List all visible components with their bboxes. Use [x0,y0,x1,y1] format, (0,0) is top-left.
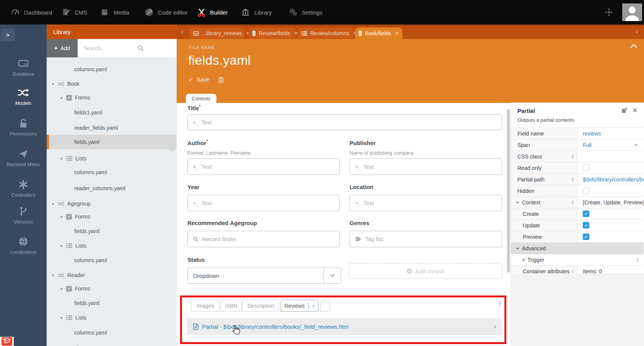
search-input[interactable] [78,39,177,57]
nav-item-library[interactable]: Library [241,0,272,24]
tree-item-model-reader[interactable]: ▾ Reader [47,268,177,282]
close-tab-icon[interactable]: ✕ [395,31,399,36]
add-control-button[interactable]: Add control [349,263,502,279]
tabs-scroll-right-icon[interactable]: › [636,28,638,35]
save-button[interactable]: ✔ Save [189,77,209,83]
inspector-section-advanced[interactable]: Advanced [511,243,644,254]
checkbox-checked[interactable]: ✓ [583,222,589,228]
tree-item-file[interactable]: columns.yaml [47,62,177,77]
user-avatar[interactable] [622,3,642,21]
tree-item-lists[interactable]: ▾ Lists [47,151,177,166]
close-inspector-icon[interactable]: ✕ [633,107,637,114]
tree-item-file[interactable]: columns.yaml [47,165,177,180]
control-text-location[interactable]: >_Text [350,195,502,211]
sidebar-item-controllers[interactable]: Controllers [0,179,47,198]
caret-down-icon[interactable]: ▾ [60,287,66,291]
control-recordfinder-agegroup[interactable]: Record finder [187,231,340,247]
nav-item-code-editor[interactable]: Code editor [145,0,188,24]
tree-item-file[interactable]: fields1.yaml [47,105,177,120]
checkbox-icon: ✓ [66,214,72,220]
nav-item-builder[interactable]: Builder [197,0,228,24]
tree-item-file-selected[interactable]: fields.yaml [47,135,177,149]
tree-item-file[interactable]: columns.yaml [47,253,177,268]
collapse-header-icon[interactable] [630,44,637,48]
nav-item-media[interactable]: Media [100,0,129,24]
tab-review-columns[interactable]: Review/columns ✕ [298,28,354,39]
control-text-title[interactable]: >_Text [187,114,502,130]
inspector-row-css-class[interactable]: CSS classi [511,151,644,162]
nav-item-settings[interactable]: Settings [288,0,322,24]
tree-item-model-agegroup[interactable]: ▾ Agegroup [47,196,177,211]
expand-sidebar-button[interactable]: > [1,29,15,41]
sidebar-item-backend-menu[interactable]: Backend Menu [0,149,47,167]
chevron-down-icon[interactable] [324,268,341,283]
field-label-location: Location [350,184,374,190]
builder-app: Dashboard CMS Media Code editor Builder [0,0,644,346]
control-dropdown-status[interactable]: Dropdown [187,268,341,284]
caret-down-icon[interactable]: ▾ [60,316,66,320]
inspector-row-read-only[interactable]: Read only [511,162,644,174]
tree-item-file[interactable]: reader_columns.yaml [47,181,177,196]
tree-item-forms[interactable]: ▾ ✓ Forms [47,90,177,105]
nav-item-dashboard[interactable]: Dashboard [11,0,52,24]
tree-item-file[interactable]: reader_fields.yaml [47,121,177,135]
inspector-row-span[interactable]: Span Full [511,139,644,151]
chevron-down-icon[interactable] [634,144,638,146]
caret-down-icon[interactable]: ▾ [60,215,66,219]
checkbox-unchecked[interactable] [583,165,589,171]
tree-item-model-book[interactable]: ▾ Book [47,77,177,91]
tree-item-file[interactable]: columns.yaml [47,325,177,340]
control-text-author[interactable]: >_Text [187,158,340,175]
inspector-row-create[interactable]: Create ✓ [511,208,644,220]
add-button[interactable]: + Add [47,39,78,57]
chevron-down-icon[interactable] [516,201,519,204]
caret-down-icon[interactable]: ▾ [60,157,66,161]
inspector-row-field-name[interactable]: Field name reviews [511,128,644,139]
tree-item-forms[interactable]: ▾ ✓ Forms [47,209,177,224]
sidebar-item-label: Models [15,100,31,106]
trash-icon[interactable] [218,77,224,83]
search-icon[interactable] [138,45,144,51]
tree-scrollbar[interactable] [171,135,174,151]
control-text-publisher[interactable]: >_Text [350,158,502,175]
control-text-year[interactable]: >_Text [187,195,340,211]
tree-item-forms[interactable]: ▾ ✓ Forms [47,281,177,296]
inspector-row-hidden[interactable]: Hidden [511,185,644,197]
sidebar-item-models[interactable]: Models [0,87,47,106]
inspector-row-context[interactable]: Contexti [Create, Update, Preview] [511,197,644,208]
tree-item-lists[interactable]: ▾ Lists [47,238,177,253]
tab-library-reviews[interactable]: ...library_reviews ✕ [189,28,245,39]
tabs-scroll-left-icon[interactable]: ‹ [181,28,184,35]
tree-item-lists[interactable]: ▾ Lists [47,310,177,325]
list-icon [66,315,72,320]
open-in-popup-icon[interactable] [621,108,627,113]
caret-down-icon[interactable]: ▾ [60,244,66,248]
canvas-scrollbar[interactable] [507,109,510,273]
caret-down-icon[interactable]: ▾ [60,96,66,100]
sidebar-item-localization[interactable]: Localization [0,236,47,255]
control-taglist-genres[interactable]: Tag list [350,231,502,247]
nav-item-cms[interactable]: CMS [61,0,87,24]
file-name-value[interactable]: fields.yaml [188,53,251,68]
caret-down-icon[interactable]: ▾ [52,82,58,86]
caret-down-icon[interactable]: ▾ [52,202,58,206]
inspector-row-partial-path[interactable]: Partial pathi $/pds/library/controllers/… [511,174,644,185]
tab-review-fields[interactable]: ✓ Review/fields ✕ [249,28,295,39]
inspector-row-update[interactable]: Update ✓ [511,220,644,231]
checkbox-unchecked[interactable] [583,188,589,194]
tree-item-file[interactable]: fields.yaml [47,224,177,238]
inspector-row-trigger[interactable]: Trigger i [511,254,644,266]
move-crosshair-icon[interactable] [604,8,613,17]
inspector-row-preview[interactable]: Preview ✓ [511,231,644,243]
sidebar-item-versions[interactable]: Versions [0,206,47,225]
main-nav: Dashboard CMS Media Code editor Builder [0,0,644,24]
sidebar-item-permissions[interactable]: Permissions [0,118,47,137]
tab-book-fields-active[interactable]: ✓ Book/fields ✕ [355,28,402,39]
tree-item-model-review[interactable]: ▾ Review [47,341,177,346]
tree-item-file[interactable]: fields.yaml [47,296,177,310]
checkbox-checked[interactable]: ✓ [583,211,589,217]
sidebar-item-database[interactable]: Database [0,58,47,77]
tab-controls[interactable]: Controls [186,94,216,103]
caret-down-icon[interactable]: ▾ [52,273,58,277]
checkbox-checked[interactable]: ✓ [583,233,589,240]
